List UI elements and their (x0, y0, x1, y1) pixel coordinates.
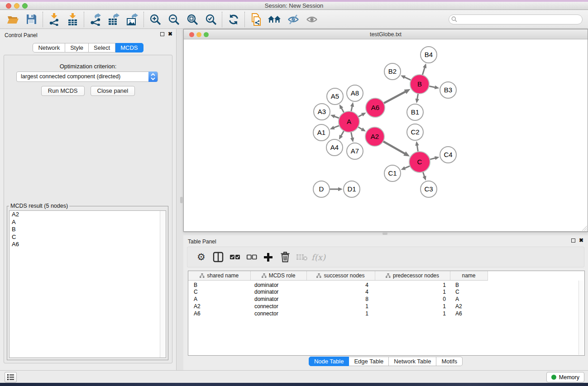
function-builder-button[interactable]: f(x) (310, 249, 327, 265)
column-header-mcds-role[interactable]: MCDS role (250, 271, 306, 280)
close-window-button[interactable] (6, 3, 11, 9)
graph-node-C1[interactable]: C1 (384, 165, 401, 181)
edge-B-B4[interactable] (422, 67, 425, 75)
import-network-button[interactable] (45, 11, 63, 28)
clone-network-button[interactable] (247, 11, 265, 28)
graph-node-C4[interactable]: C4 (440, 147, 456, 163)
graph-node-A3[interactable]: A3 (314, 104, 330, 120)
zoom-window-button[interactable] (22, 3, 28, 9)
tab-network-table[interactable]: Network Table (389, 357, 436, 366)
tab-network[interactable]: Network (33, 43, 65, 52)
mcds-result-list[interactable]: A2ABCA6 (9, 210, 166, 358)
graph-node-B4[interactable]: B4 (421, 47, 437, 63)
graph-node-A[interactable]: A (339, 111, 359, 132)
column-header-predecessor-nodes[interactable]: predecessor nodes (375, 271, 450, 280)
criterion-select[interactable]: largest connected component (directed) (16, 71, 158, 82)
minimize-window-button[interactable] (196, 32, 201, 37)
network-view-window[interactable]: testGlobe.txt AA1A2A3A4A5A6A7A8BB1B2B3B4… (183, 29, 588, 232)
graph-node-D[interactable]: D (313, 181, 330, 197)
graph-node-B2[interactable]: B2 (384, 63, 401, 80)
close-panel-icon[interactable]: ✖ (168, 32, 172, 37)
table-row[interactable]: Bdominator41B (188, 280, 584, 288)
network-canvas[interactable]: AA1A2A3A4A5A6A7A8BB1B2B3B4CC1C2C3C4DD1 (184, 40, 588, 231)
zoom-out-button[interactable] (164, 11, 183, 28)
graph-node-A1[interactable]: A1 (313, 124, 330, 141)
hide-selected-button[interactable] (284, 11, 302, 28)
task-history-button[interactable] (5, 372, 17, 382)
graph-node-C3[interactable]: C3 (421, 181, 437, 197)
result-list-item[interactable]: C (10, 234, 166, 241)
save-session-button[interactable] (22, 11, 41, 28)
delete-table-button[interactable] (293, 249, 310, 265)
network-hscrollbar-thumb[interactable] (382, 232, 387, 235)
close-panel-icon[interactable]: ✖ (579, 238, 583, 243)
network-vscrollbar-thumb[interactable] (180, 197, 183, 203)
table-row[interactable]: A6connector11A6 (188, 310, 584, 317)
close-panel-button[interactable]: Close panel (91, 86, 135, 96)
delete-column-button[interactable] (277, 249, 293, 265)
graph-node-A2[interactable]: A2 (365, 127, 384, 146)
graph-node-A6[interactable]: A6 (366, 98, 385, 117)
graph-node-C[interactable]: C (409, 152, 430, 172)
result-list-item[interactable]: A2 (10, 211, 166, 219)
network-window-titlebar[interactable]: testGlobe.txt (184, 29, 588, 39)
tab-style[interactable]: Style (65, 43, 89, 52)
zoom-fit-button[interactable] (183, 11, 201, 28)
tab-edge-table[interactable]: Edge Table (349, 357, 389, 366)
zoom-window-button[interactable] (204, 32, 209, 37)
open-session-button[interactable] (4, 11, 22, 28)
result-list-item[interactable]: A6 (10, 241, 166, 248)
resize-grip-icon[interactable] (582, 226, 587, 231)
tab-motifs[interactable]: Motifs (436, 357, 463, 366)
edge-A2-C[interactable] (383, 142, 406, 154)
graph-node-A5[interactable]: A5 (327, 88, 343, 105)
float-panel-icon[interactable] (571, 238, 575, 243)
add-column-button[interactable] (260, 249, 277, 265)
zoom-selected-button[interactable] (201, 11, 220, 28)
node-table[interactable]: shared nameMCDS rolesuccessor nodesprede… (188, 271, 585, 356)
select-all-button[interactable] (226, 249, 243, 265)
column-header-shared-name[interactable]: shared name (188, 271, 250, 280)
app-titlebar[interactable]: Session: New Session (0, 2, 588, 10)
table-scrollbar[interactable] (578, 281, 584, 355)
graph-node-A4[interactable]: A4 (326, 139, 343, 156)
float-panel-icon[interactable] (160, 32, 164, 36)
export-table-button[interactable] (105, 11, 123, 28)
export-network-button[interactable] (86, 11, 105, 28)
graph-node-B3[interactable]: B3 (440, 82, 456, 98)
deselect-all-button[interactable] (243, 249, 260, 265)
table-row[interactable]: Cdominator41C (188, 288, 584, 295)
graph-node-D1[interactable]: D1 (344, 181, 360, 197)
first-neighbors-button[interactable] (265, 11, 284, 28)
table-settings-button[interactable]: ⚙ (193, 249, 210, 265)
graph-node-C2[interactable]: C2 (407, 124, 423, 140)
table-row[interactable]: A2connector11A2 (188, 303, 584, 310)
graph-node-B1[interactable]: B1 (407, 104, 423, 120)
tab-node-table[interactable]: Node Table (309, 357, 349, 366)
run-mcds-button[interactable]: Run MCDS (41, 86, 85, 96)
clone-network-icon (250, 13, 262, 26)
result-list-item[interactable]: B (10, 226, 166, 234)
minimize-window-button[interactable] (14, 3, 19, 9)
search-input[interactable] (449, 14, 583, 24)
zoom-in-button[interactable] (146, 11, 164, 28)
export-image-button[interactable] (123, 11, 142, 28)
table-row[interactable]: Adominator80A (188, 295, 584, 303)
refresh-layout-button[interactable] (224, 11, 243, 28)
result-list-item[interactable]: A (10, 219, 166, 226)
tab-select[interactable]: Select (89, 43, 115, 52)
graph-node-B[interactable]: B (410, 75, 429, 94)
graph-node-A8[interactable]: A8 (347, 85, 363, 101)
column-header-successor-nodes[interactable]: successor nodes (306, 271, 375, 280)
result-list-scrollbar[interactable] (160, 211, 166, 357)
tab-mcds[interactable]: MCDS (115, 43, 143, 52)
show-all-button[interactable] (302, 11, 321, 28)
column-visibility-button[interactable] (210, 249, 226, 265)
edge-B-B2[interactable] (404, 77, 411, 80)
edge-A6-B[interactable] (384, 91, 406, 103)
column-header-name[interactable]: name (450, 271, 488, 280)
import-table-button[interactable] (63, 11, 82, 28)
close-window-button[interactable] (189, 32, 194, 37)
graph-node-A7[interactable]: A7 (347, 143, 363, 159)
memory-button[interactable]: Memory (546, 372, 584, 382)
